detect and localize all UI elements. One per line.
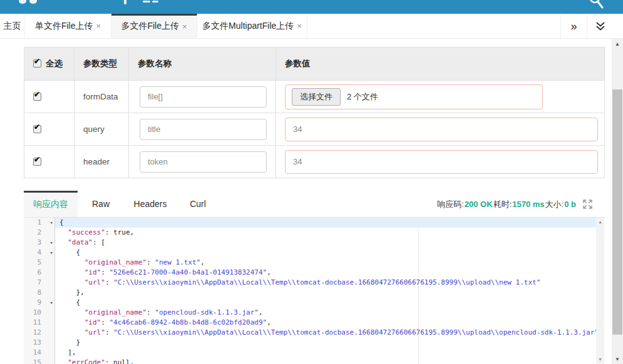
line-number-gutter: 2 [24, 228, 55, 238]
code-line: 1▾{ [24, 218, 604, 228]
status-code-value: 200 OK [465, 200, 493, 209]
param-name-input[interactable] [140, 119, 267, 140]
status-time-value: 1570 ms [512, 200, 544, 209]
params-table: ✔ 全选 参数类型 参数名称 参数值 ✔ formData 选择文件 2 个文件 [24, 47, 605, 178]
code-line-text: "success": true, [55, 228, 604, 238]
code-line-text: ], [55, 348, 604, 358]
check-icon: ✔ [34, 91, 40, 98]
line-number-gutter: 9▾ [24, 298, 55, 308]
topbar-clipped-title [29, 0, 37, 4]
select-all-label: 全选 [46, 59, 63, 68]
tab-label: 多文件MultipartFile上传 [202, 21, 294, 32]
code-line-text: "id": "526e6c21-7000-4a40-b4a1-014913832… [55, 268, 604, 278]
scroll-down-icon[interactable]: ▼ [612, 356, 623, 362]
double-chevron-right-icon: » [570, 21, 577, 32]
line-number-gutter: 13 [24, 338, 55, 348]
tab-curl[interactable]: Curl [177, 191, 219, 217]
tab-single-file-upload[interactable]: 单文件File上传 × [25, 14, 111, 38]
tab-multi-multipartfile-upload[interactable]: 多文件MultipartFile上传 × [197, 14, 307, 38]
fold-arrow-icon[interactable]: ▾ [50, 238, 53, 248]
scrollbar-thumb[interactable] [612, 89, 622, 335]
check-icon: ✔ [34, 58, 40, 65]
row-checkbox[interactable]: ✔ [33, 125, 41, 133]
tab-multi-file-upload[interactable]: 多文件File上传 × [111, 14, 197, 38]
topbar [0, 0, 623, 14]
code-editor[interactable]: 1▾{2 "success": true,3▾ "data": [4▾ {5 "… [24, 218, 604, 364]
code-line-text: "url": "C:\\Users\\xiaoymin\\AppData\\Lo… [55, 278, 604, 288]
tab-home[interactable]: 主页 [0, 14, 25, 38]
fold-arrow-icon[interactable]: ▾ [50, 298, 53, 308]
file-upload-box[interactable]: 选择文件 2 个文件 [285, 84, 543, 109]
line-number-gutter: 3▾ [24, 238, 55, 248]
status-code-label: 响应码: [437, 199, 464, 210]
tab-headers[interactable]: Headers [124, 191, 177, 217]
code-line: 9▾ { [24, 298, 604, 308]
code-line: 10 "original_name": "opencloud-sdk-1.1.3… [24, 308, 604, 318]
code-line: 3▾ "data": [ [24, 238, 604, 248]
check-icon: ✔ [34, 123, 40, 131]
editor-scrollbar[interactable]: ▲ ▼ [596, 218, 604, 364]
line-number-gutter: 15 [24, 358, 55, 364]
more-tabs-button[interactable]: » [560, 14, 587, 38]
code-line: 14 ], [24, 348, 604, 358]
code-line-text: { [55, 298, 604, 308]
code-line: 6 "id": "526e6c21-7000-4a40-b4a1-0149138… [24, 268, 604, 278]
code-line-text: "original_name": "opencloud-sdk-1.1.3.ja… [55, 308, 604, 318]
tab-response-body[interactable]: 响应内容 [24, 191, 78, 217]
response-tabbar: 响应内容 Raw Headers Curl 响应码: 200 OK 耗时: 15… [24, 191, 604, 218]
param-name-input[interactable] [140, 86, 267, 108]
code-line: 11 "id": "4c46cab6-8942-4b8b-b4d8-6c02bf… [24, 318, 604, 328]
code-line: 12 "url": "C:\\Users\\xiaoymin\\AppData\… [24, 328, 604, 338]
scroll-up-icon[interactable]: ▲ [612, 41, 623, 47]
line-number-gutter: 4▾ [24, 248, 55, 258]
code-line: 5 "original_name": "new 1.txt", [24, 258, 604, 268]
fullscreen-expand-icon[interactable] [582, 199, 593, 210]
check-icon: ✔ [34, 156, 40, 163]
param-row-formdata: ✔ formData 选择文件 2 个文件 [24, 81, 605, 113]
param-value-input[interactable] [285, 118, 598, 141]
file-count-label: 2 个文件 [347, 91, 378, 103]
fold-arrow-icon[interactable]: ▾ [50, 218, 53, 228]
code-line: 8 }, [24, 288, 604, 298]
code-line-text: }, [55, 288, 604, 298]
param-name-input[interactable] [140, 151, 267, 173]
scroll-up-icon[interactable]: ▲ [596, 220, 604, 225]
tab-raw[interactable]: Raw [78, 191, 124, 217]
code-line: 13 } [24, 338, 604, 348]
response-status: 响应码: 200 OK 耗时: 1570 ms 大小: 0 b [437, 191, 593, 218]
line-number-gutter: 6 [24, 268, 55, 278]
code-line-text: "data": [ [55, 238, 604, 248]
params-header-row: ✔ 全选 参数类型 参数名称 参数值 [24, 48, 605, 81]
fold-arrow-icon[interactable]: ▾ [50, 248, 53, 258]
param-row-header: ✔ header [24, 146, 605, 178]
select-all-checkbox[interactable]: ✔ [33, 59, 41, 68]
topbar-clipped-title [124, 0, 126, 4]
param-type-label: formData [83, 92, 118, 101]
row-checkbox[interactable]: ✔ [33, 93, 41, 101]
page-scrollbar[interactable]: ▲ ▼ [612, 39, 623, 364]
code-line: 15 "errCode": null, [24, 358, 604, 364]
line-number-gutter: 14 [24, 348, 55, 358]
choose-file-button[interactable]: 选择文件 [292, 88, 341, 106]
scroll-down-icon[interactable]: ▼ [596, 357, 604, 362]
line-number-gutter: 12 [24, 328, 55, 338]
tab-label: 多文件File上传 [121, 21, 179, 32]
collapse-tabs-button[interactable] [587, 14, 613, 38]
status-time-label: 耗时: [493, 199, 512, 210]
tabbar-actions: » [560, 14, 613, 38]
close-icon[interactable]: × [182, 22, 187, 31]
param-value-input[interactable] [285, 150, 598, 174]
line-number-gutter: 7 [24, 278, 55, 288]
code-line: 2 "success": true, [24, 228, 604, 238]
line-number-gutter: 11 [24, 318, 55, 328]
close-icon[interactable]: × [96, 21, 101, 31]
close-icon[interactable]: × [297, 21, 302, 31]
search-icon[interactable] [590, 0, 605, 14]
col-param-name: 参数名称 [129, 48, 276, 81]
topbar-clipped-title [19, 0, 26, 4]
tab-label: 主页 [4, 21, 21, 32]
code-line-text: "original_name": "new 1.txt", [55, 258, 604, 268]
row-checkbox[interactable]: ✔ [33, 158, 41, 166]
code-line-text: { [55, 218, 604, 228]
tab-label: 单文件File上传 [35, 21, 93, 32]
